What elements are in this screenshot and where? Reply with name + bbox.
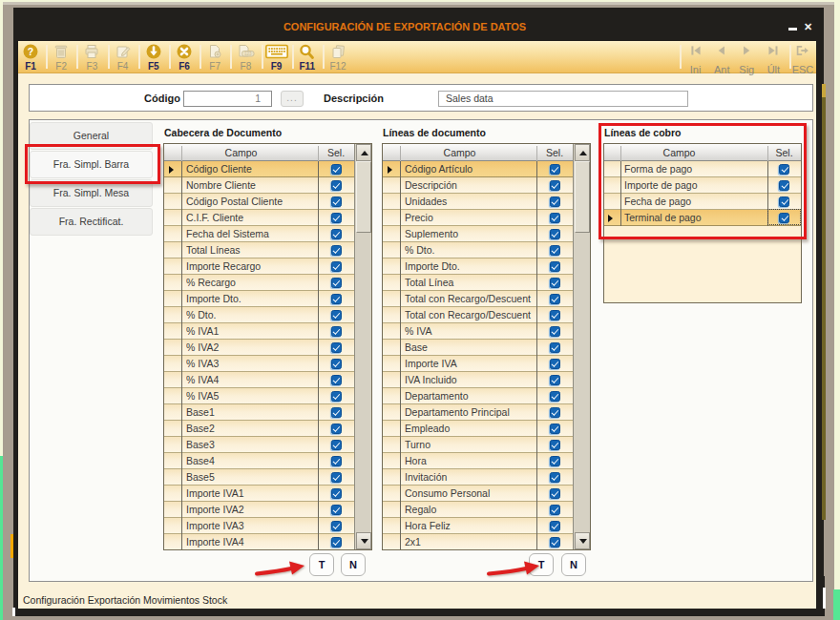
svg-text:123: 123 — [244, 52, 252, 56]
svg-text:?: ? — [28, 46, 33, 57]
